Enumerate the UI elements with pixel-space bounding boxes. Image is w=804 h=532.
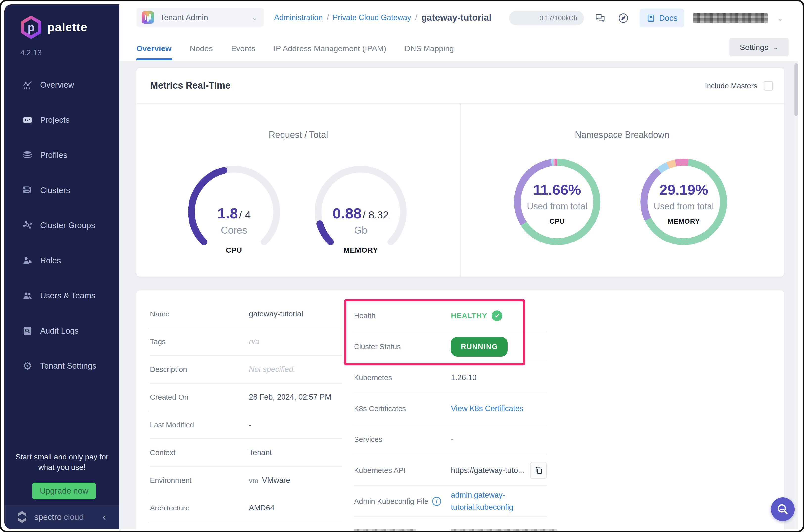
sidebar-footer: spectrocloud ‹: [4, 505, 119, 529]
tenant-admin-icon: [142, 11, 154, 23]
last-modified-value: -: [249, 420, 251, 429]
user-menu-chevron-icon[interactable]: ⌄: [777, 14, 783, 22]
app-version: 4.2.13: [20, 49, 42, 57]
sidebar-item-label: Users & Teams: [40, 291, 95, 300]
breadcrumb: Administration / Private Cloud Gateway /…: [274, 12, 491, 23]
sidebar-item-clusters[interactable]: Clusters: [4, 173, 119, 208]
sidebar-item-label: Clusters: [40, 186, 70, 195]
tab-dns-mapping[interactable]: DNS Mapping: [405, 37, 454, 60]
tags-value: n/a: [249, 337, 260, 346]
health-check-icon: [492, 310, 502, 321]
palette-hexagon-icon: p: [20, 15, 42, 39]
spectro-cloud-brand: spectrocloud: [34, 512, 84, 522]
network-icon: [22, 220, 33, 231]
settings-label: Settings: [740, 43, 768, 52]
sidebar-item-profiles[interactable]: Profiles: [4, 137, 119, 173]
include-masters-checkbox[interactable]: [764, 81, 773, 91]
sidebar-item-projects[interactable]: Projects: [4, 102, 119, 137]
chart-line-icon: [22, 79, 33, 91]
tab-ipam[interactable]: IP Address Management (IPAM): [274, 37, 386, 60]
chevron-down-icon: ⌄: [252, 13, 258, 22]
user-name-redacted[interactable]: [693, 13, 768, 23]
sidebar-item-users-teams[interactable]: Users & Teams: [4, 278, 119, 313]
cluster-details-card: Name gateway-tutorial Tags n/a Descripti…: [136, 290, 784, 532]
sidebar-item-label: Audit Logs: [40, 326, 79, 336]
detail-row-admin-kubeconfig: Admin Kubeconfig File i admin.gateway- t…: [354, 486, 547, 517]
credits-usage-pill[interactable]: 0.17/100kCh: [509, 11, 584, 25]
detail-row-architecture: Architecture AMD64: [150, 494, 342, 522]
sidebar-item-label: Profiles: [40, 150, 67, 160]
detail-row-description: Description Not specified.: [150, 356, 342, 383]
scrollbar-thumb[interactable]: [795, 63, 798, 116]
include-masters-label: Include Masters: [705, 82, 757, 90]
chevron-down-icon: ⌄: [773, 43, 778, 51]
sidebar-item-label: Cluster Groups: [40, 221, 95, 230]
sidebar-item-roles[interactable]: Roles: [4, 243, 119, 278]
upgrade-promo-text: Start small and only pay for what you us…: [12, 452, 112, 473]
card-divider: [136, 103, 784, 104]
sidebar-collapse-icon[interactable]: ‹: [103, 511, 106, 522]
kubernetes-version-value: 1.26.10: [451, 373, 476, 382]
kubernetes-api-value: https://gateway-tuto...: [451, 466, 524, 475]
tab-overview[interactable]: Overview: [136, 37, 171, 60]
tab-events[interactable]: Events: [231, 37, 255, 60]
detail-row-health: Health HEALTHY: [354, 300, 547, 331]
copy-icon[interactable]: [530, 462, 547, 479]
feedback-chat-icon[interactable]: [593, 11, 607, 25]
sidebar-item-label: Projects: [40, 115, 70, 125]
breadcrumb-administration[interactable]: Administration: [274, 13, 323, 22]
view-k8s-certificates-link[interactable]: View K8s Certificates: [451, 404, 523, 413]
breadcrumb-current: gateway-tutorial: [421, 12, 492, 23]
request-total-title: Request / Total: [136, 130, 460, 140]
sidebar: p palette 4.2.13 Overview: [4, 4, 119, 529]
health-value: HEALTHY: [451, 310, 502, 321]
credits-usage-value: 0.17/100kCh: [539, 14, 577, 22]
sidebar-item-tenant-settings[interactable]: ⚙ Tenant Settings: [4, 348, 119, 383]
sidebar-item-cluster-groups[interactable]: Cluster Groups: [4, 208, 119, 243]
project-scope-selector[interactable]: Tenant Admin ⌄: [136, 8, 264, 27]
breadcrumb-private-cloud-gateway[interactable]: Private Cloud Gateway: [333, 13, 411, 22]
gear-icon: ⚙: [22, 360, 33, 372]
detail-row-name: Name gateway-tutorial: [150, 300, 342, 328]
palette-logo: p palette: [20, 15, 88, 39]
search-icon: [776, 502, 790, 516]
tab-nodes[interactable]: Nodes: [190, 37, 213, 60]
svg-text:p: p: [28, 21, 35, 34]
name-value: gateway-tutorial: [249, 309, 303, 319]
description-value: Not specified.: [249, 365, 295, 374]
detail-row-context: Context Tenant: [150, 439, 342, 467]
search-fab-button[interactable]: [771, 497, 795, 521]
details-left-column: Name gateway-tutorial Tags n/a Descripti…: [150, 300, 342, 522]
detail-row-tags: Tags n/a: [150, 328, 342, 356]
docs-button[interactable]: Docs: [640, 9, 684, 27]
include-masters-control: Include Masters: [705, 81, 773, 91]
layers-icon: [22, 149, 33, 161]
cpu-request-gauge: 1.8 / 4 Cores CPU: [182, 160, 286, 264]
user-lock-icon: [22, 255, 33, 266]
sidebar-item-audit-logs[interactable]: Audit Logs: [4, 313, 119, 348]
detail-row-last-modified: Last Modified -: [150, 411, 342, 439]
breadcrumb-separator: /: [327, 13, 329, 22]
explore-compass-icon[interactable]: [616, 11, 630, 25]
memory-request-gauge: 0.88 / 8.32 Gb MEMORY: [309, 160, 413, 264]
detail-row-environment: Environment vmVMware: [150, 467, 342, 494]
upgrade-now-button[interactable]: Upgrade now: [32, 482, 96, 499]
vmware-icon: vm: [249, 477, 258, 484]
context-value: Tenant: [249, 448, 272, 457]
section-divider: [460, 103, 461, 277]
sidebar-item-label: Tenant Settings: [40, 361, 96, 370]
details-right-column: Health HEALTHY Cluster Status RUNNING Ku…: [354, 300, 547, 532]
detail-row-kubernetes-api: Kubernetes API https://gateway-tuto...: [354, 455, 547, 486]
settings-button[interactable]: Settings ⌄: [729, 38, 789, 56]
sidebar-item-overview[interactable]: Overview: [4, 67, 119, 102]
info-icon[interactable]: i: [432, 497, 441, 506]
services-value: -: [451, 435, 454, 444]
admin-kubeconfig-link[interactable]: admin.gateway- tutorial.kubeconfig: [451, 489, 513, 513]
architecture-value: AMD64: [249, 504, 274, 512]
detail-row-services: Services -: [354, 424, 547, 455]
project-scope-label: Tenant Admin: [160, 13, 208, 22]
detail-row-kubernetes: Kubernetes 1.26.10: [354, 362, 547, 393]
metrics-card-title: Metrics Real-Time: [150, 80, 231, 91]
namespace-memory-donut: 29.19% Used from total MEMORY: [640, 158, 727, 245]
sidebar-menu: Overview Projects Profiles: [4, 67, 119, 383]
